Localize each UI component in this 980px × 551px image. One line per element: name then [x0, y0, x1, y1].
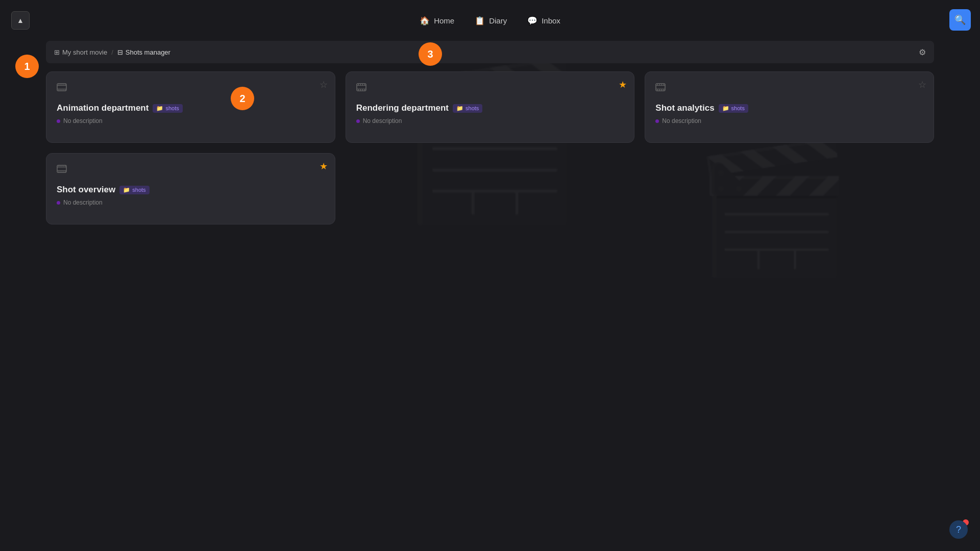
card-1-tag: 📁 shots	[153, 104, 182, 113]
film-icon-4	[57, 164, 325, 177]
svg-rect-34	[57, 167, 66, 167]
card-4-tag: 📁 shots	[119, 186, 149, 194]
card-1-title: Animation department	[57, 103, 149, 113]
svg-rect-8	[61, 89, 61, 91]
svg-rect-25	[657, 84, 658, 85]
top-navigation: 🏠 Home 📋 Diary 💬 Inbox	[0, 0, 980, 41]
cards-grid: Animation department 📁 shots No descript…	[46, 71, 934, 224]
svg-rect-31	[662, 89, 662, 91]
card-shot-overview[interactable]: Shot overview 📁 shots No description ★	[46, 153, 335, 224]
card-3-title-row: Shot analytics 📁 shots	[655, 103, 923, 113]
card-3-dot	[655, 119, 659, 123]
question-icon: ?	[956, 524, 961, 535]
svg-rect-17	[364, 84, 365, 85]
card-2-star-button[interactable]: ★	[619, 79, 627, 90]
svg-rect-29	[657, 89, 658, 91]
nav-inbox[interactable]: 💬 Inbox	[527, 16, 560, 26]
card-4-title-row: Shot overview 📁 shots	[57, 185, 325, 195]
card-4-star-button[interactable]: ★	[320, 161, 328, 172]
svg-rect-30	[659, 89, 660, 91]
breadcrumb-project[interactable]: ⊞ My short movie	[54, 48, 107, 56]
card-4-title: Shot overview	[57, 185, 115, 195]
folder-icon-2: 📁	[456, 105, 463, 112]
svg-rect-15	[360, 84, 361, 85]
table-icon: ⊟	[117, 48, 123, 56]
search-icon: 🔍	[954, 14, 966, 26]
card-3-star-button[interactable]: ☆	[918, 79, 926, 90]
svg-rect-39	[65, 165, 65, 167]
card-2-title: Rendering department	[356, 103, 449, 113]
svg-rect-7	[59, 89, 59, 91]
card-4-desc: No description	[57, 199, 325, 206]
card-2-tag: 📁 shots	[453, 104, 482, 113]
card-rendering-department[interactable]: Rendering department 📁 shots No descript…	[346, 71, 635, 143]
card-shot-analytics[interactable]: Shot analytics 📁 shots No description ☆	[645, 71, 934, 143]
svg-rect-18	[358, 89, 359, 91]
svg-rect-26	[659, 84, 660, 85]
svg-rect-35	[57, 170, 66, 171]
nav-home[interactable]: 🏠 Home	[420, 16, 454, 26]
svg-rect-27	[662, 84, 662, 85]
svg-rect-3	[59, 84, 59, 85]
card-1-desc: No description	[57, 117, 325, 124]
card-1-star-button[interactable]: ☆	[320, 79, 328, 90]
svg-rect-14	[358, 84, 359, 85]
svg-rect-40	[59, 171, 59, 172]
card-4-dot	[57, 201, 60, 205]
svg-rect-13	[357, 89, 366, 89]
svg-rect-42	[63, 171, 63, 172]
card-2-title-row: Rendering department 📁 shots	[356, 103, 624, 113]
grid-icon: ⊞	[54, 48, 60, 56]
svg-rect-4	[61, 84, 61, 85]
search-button[interactable]: 🔍	[949, 9, 971, 31]
svg-rect-24	[656, 89, 665, 89]
svg-rect-19	[360, 89, 361, 91]
svg-rect-2	[57, 89, 66, 89]
nav-diary[interactable]: 📋 Diary	[475, 16, 507, 26]
diary-icon: 📋	[475, 16, 485, 26]
card-1-title-row: Animation department 📁 shots	[57, 103, 325, 113]
film-icon-1	[57, 82, 325, 95]
film-icon-2	[356, 82, 624, 95]
chevron-up-icon: ▲	[17, 16, 24, 24]
svg-rect-20	[362, 89, 363, 91]
svg-rect-9	[63, 89, 63, 91]
film-icon-3	[655, 82, 923, 95]
card-3-desc: No description	[655, 117, 923, 124]
svg-rect-23	[656, 85, 665, 86]
home-icon: 🏠	[420, 16, 430, 26]
svg-rect-6	[65, 84, 65, 85]
svg-rect-38	[63, 165, 63, 167]
breadcrumb-current[interactable]: ⊟ Shots manager	[117, 48, 170, 56]
breadcrumb-separator: /	[111, 48, 113, 56]
main-content: Animation department 📁 shots No descript…	[46, 71, 934, 531]
svg-rect-5	[63, 84, 63, 85]
annotation-1: 1	[15, 55, 39, 78]
svg-rect-10	[65, 89, 65, 91]
svg-rect-43	[65, 171, 65, 172]
svg-rect-16	[362, 84, 363, 85]
folder-icon-1: 📁	[156, 105, 163, 112]
card-2-desc: No description	[356, 117, 624, 124]
svg-rect-32	[664, 89, 664, 91]
svg-rect-21	[364, 89, 365, 91]
inbox-icon: 💬	[527, 16, 537, 26]
breadcrumb-bar: ⊞ My short movie / ⊟ Shots manager ⚙	[46, 41, 934, 63]
help-button[interactable]: ?	[949, 520, 968, 539]
folder-icon-3: 📁	[722, 105, 729, 112]
card-animation-department[interactable]: Animation department 📁 shots No descript…	[46, 71, 335, 143]
collapse-button[interactable]: ▲	[11, 11, 30, 30]
card-1-dot	[57, 119, 60, 123]
svg-rect-12	[357, 85, 366, 86]
card-3-tag: 📁 shots	[719, 104, 748, 113]
folder-icon-4: 📁	[123, 187, 130, 193]
svg-rect-37	[61, 165, 61, 167]
svg-rect-28	[664, 84, 664, 85]
svg-rect-36	[59, 165, 59, 167]
svg-rect-41	[61, 171, 61, 172]
svg-rect-1	[57, 85, 66, 86]
card-3-title: Shot analytics	[655, 103, 714, 113]
card-2-dot	[356, 119, 360, 123]
breadcrumb-settings-button[interactable]: ⚙	[919, 47, 926, 57]
